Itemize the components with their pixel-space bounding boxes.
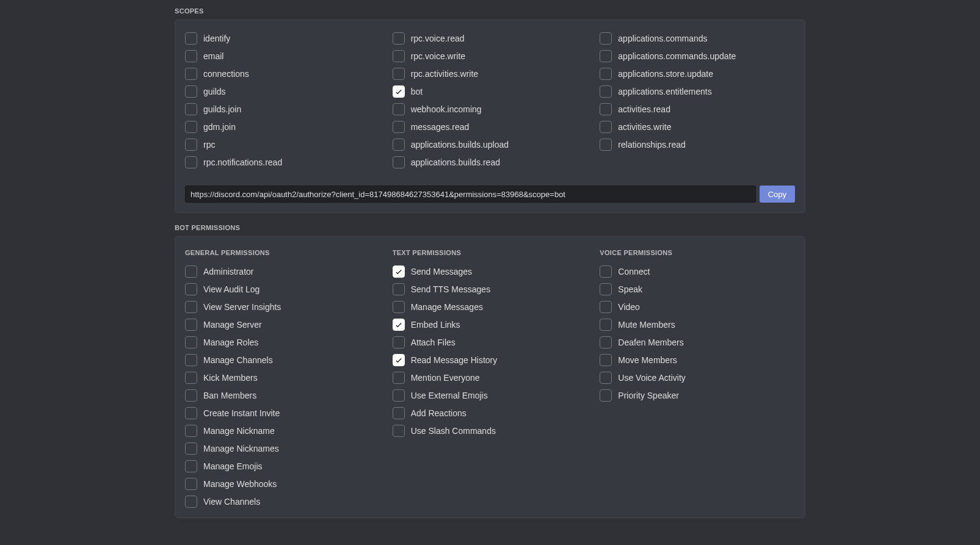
checkbox-view-channels[interactable] <box>185 496 197 508</box>
checkbox-use-external-emojis[interactable] <box>393 389 405 402</box>
scopes-panel: identifyemailconnectionsguildsguilds.joi… <box>175 20 805 213</box>
checkbox-label: relationships.read <box>618 140 686 150</box>
checkbox-manage-webhooks[interactable] <box>185 478 197 490</box>
checkbox-applications-store-update[interactable] <box>600 68 612 80</box>
checkbox-label: Move Members <box>618 355 677 365</box>
checkbox-guilds[interactable] <box>185 85 197 98</box>
scopes-title: SCOPES <box>175 7 805 15</box>
checkbox-label: Mute Members <box>618 320 675 330</box>
checkbox-send-tts-messages[interactable] <box>393 283 405 295</box>
checkbox-manage-nicknames[interactable] <box>185 442 197 455</box>
checkbox-add-reactions[interactable] <box>393 407 405 419</box>
checkbox-label: Create Instant Invite <box>203 408 280 418</box>
checkbox-priority-speaker[interactable] <box>600 389 612 402</box>
checkbox-label: guilds.join <box>203 104 241 114</box>
checkbox-label: Deafen Members <box>618 337 683 347</box>
checkbox-activities-write[interactable] <box>600 121 612 133</box>
checkbox-use-voice-activity[interactable] <box>600 372 612 384</box>
checkbox-label: bot <box>411 87 423 96</box>
checkbox-applications-builds-upload[interactable] <box>393 139 405 151</box>
checkbox-label: Connect <box>618 267 650 276</box>
checkbox-rpc-activities-write[interactable] <box>393 68 405 80</box>
checkbox-connect[interactable] <box>600 265 612 278</box>
checkbox-rpc-voice-read[interactable] <box>393 32 405 45</box>
checkbox-move-members[interactable] <box>600 354 612 366</box>
checkbox-label: rpc.voice.read <box>411 34 465 43</box>
checkbox-relationships-read[interactable] <box>600 139 612 151</box>
checkbox-email[interactable] <box>185 50 197 62</box>
checkbox-label: webhook.incoming <box>411 104 482 114</box>
permissions-title: BOT PERMISSIONS <box>175 224 805 231</box>
checkbox-label: Manage Nickname <box>203 426 275 436</box>
checkbox-create-instant-invite[interactable] <box>185 407 197 419</box>
checkbox-label: Add Reactions <box>411 408 466 418</box>
checkbox-activities-read[interactable] <box>600 103 612 115</box>
checkbox-label: applications.commands.update <box>618 51 736 61</box>
checkbox-guilds-join[interactable] <box>185 103 197 115</box>
checkbox-deafen-members[interactable] <box>600 336 612 348</box>
checkbox-bot[interactable] <box>393 85 405 98</box>
checkbox-label: activities.write <box>618 122 671 132</box>
checkbox-view-audit-log[interactable] <box>185 283 197 295</box>
checkbox-applications-commands-update[interactable] <box>600 50 612 62</box>
checkbox-manage-server[interactable] <box>185 319 197 331</box>
checkbox-read-message-history[interactable] <box>393 354 405 366</box>
checkbox-applications-entitlements[interactable] <box>600 85 612 98</box>
checkbox-label: Send TTS Messages <box>411 284 490 294</box>
copy-button[interactable]: Copy <box>760 186 795 203</box>
checkbox-label: applications.builds.read <box>411 157 500 167</box>
checkbox-label: email <box>203 51 223 61</box>
checkbox-label: Priority Speaker <box>618 391 679 400</box>
checkbox-label: Use External Emojis <box>411 391 488 400</box>
checkbox-identify[interactable] <box>185 32 197 45</box>
checkbox-rpc-notifications-read[interactable] <box>185 156 197 168</box>
checkbox-label: rpc <box>203 140 215 150</box>
checkbox-label: Read Message History <box>411 355 498 365</box>
checkbox-speak[interactable] <box>600 283 612 295</box>
checkbox-label: View Server Insights <box>203 302 281 312</box>
checkbox-label: activities.read <box>618 104 670 114</box>
checkbox-gdm-join[interactable] <box>185 121 197 133</box>
checkbox-label: Manage Nicknames <box>203 444 279 453</box>
checkbox-label: View Channels <box>203 497 260 507</box>
checkbox-video[interactable] <box>600 301 612 313</box>
permissions-panel: GENERAL PERMISSIONSAdministratorView Aud… <box>175 236 805 518</box>
checkbox-label: Mention Everyone <box>411 373 480 383</box>
checkbox-label: Use Voice Activity <box>618 373 686 383</box>
checkbox-administrator[interactable] <box>185 265 197 278</box>
checkbox-label: Manage Server <box>203 320 262 330</box>
checkbox-ban-members[interactable] <box>185 389 197 402</box>
checkbox-applications-builds-read[interactable] <box>393 156 405 168</box>
checkbox-manage-channels[interactable] <box>185 354 197 366</box>
checkbox-webhook-incoming[interactable] <box>393 103 405 115</box>
checkbox-label: Manage Webhooks <box>203 479 277 489</box>
checkbox-connections[interactable] <box>185 68 197 80</box>
checkbox-rpc-voice-write[interactable] <box>393 50 405 62</box>
checkbox-embed-links[interactable] <box>393 319 405 331</box>
checkbox-manage-emojis[interactable] <box>185 460 197 472</box>
checkbox-mention-everyone[interactable] <box>393 372 405 384</box>
checkbox-manage-messages[interactable] <box>393 301 405 313</box>
checkbox-label: View Audit Log <box>203 284 260 294</box>
checkbox-label: rpc.notifications.read <box>203 157 282 167</box>
checkbox-manage-roles[interactable] <box>185 336 197 348</box>
checkbox-label: applications.store.update <box>618 69 713 79</box>
checkbox-label: applications.entitlements <box>618 87 711 96</box>
oauth-url-input[interactable] <box>185 186 756 203</box>
checkbox-rpc[interactable] <box>185 139 197 151</box>
checkbox-use-slash-commands[interactable] <box>393 425 405 437</box>
checkbox-applications-commands[interactable] <box>600 32 612 45</box>
checkbox-label: gdm.join <box>203 122 236 132</box>
checkbox-attach-files[interactable] <box>393 336 405 348</box>
checkbox-view-server-insights[interactable] <box>185 301 197 313</box>
checkbox-send-messages[interactable] <box>393 265 405 278</box>
checkbox-manage-nickname[interactable] <box>185 425 197 437</box>
checkbox-mute-members[interactable] <box>600 319 612 331</box>
checkbox-messages-read[interactable] <box>393 121 405 133</box>
permission-group-heading: VOICE PERMISSIONS <box>600 249 795 256</box>
checkbox-label: connections <box>203 69 249 79</box>
checkbox-label: Send Messages <box>411 267 472 276</box>
checkbox-label: guilds <box>203 87 226 96</box>
checkbox-label: Manage Emojis <box>203 461 263 471</box>
checkbox-kick-members[interactable] <box>185 372 197 384</box>
